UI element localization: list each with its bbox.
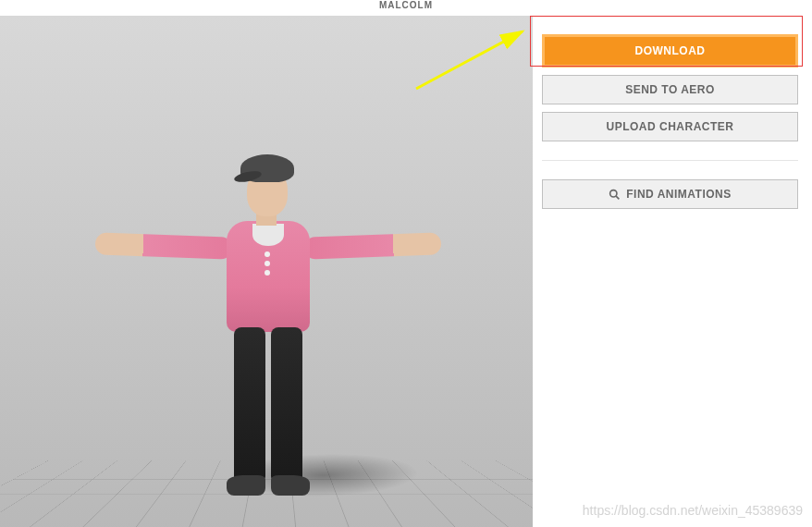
page-title: MALCOLM — [0, 0, 812, 16]
svg-line-1 — [616, 196, 619, 199]
find-animations-button[interactable]: FIND ANIMATIONS — [542, 179, 798, 209]
sidebar: DOWNLOAD SEND TO AERO UPLOAD CHARACTER F… — [533, 16, 812, 527]
main-container: DOWNLOAD SEND TO AERO UPLOAD CHARACTER F… — [0, 16, 812, 527]
character-leg-right — [271, 327, 302, 480]
find-animations-label: FIND ANIMATIONS — [626, 188, 732, 201]
character-model — [88, 150, 476, 520]
send-to-aero-button[interactable]: SEND TO AERO — [542, 75, 798, 104]
download-button[interactable]: DOWNLOAD — [542, 34, 798, 67]
character-leg-left — [234, 327, 265, 480]
character-shirt-buttons — [265, 250, 272, 277]
character-viewport[interactable] — [0, 16, 533, 527]
character-collar — [252, 224, 284, 246]
watermark-text: https://blog.csdn.net/weixin_45389639 — [583, 503, 803, 518]
character-shoe-right — [271, 475, 310, 496]
search-icon — [609, 189, 621, 201]
separator — [542, 160, 798, 161]
character-arm-right — [304, 232, 442, 259]
upload-character-button[interactable]: UPLOAD CHARACTER — [542, 112, 798, 141]
character-shoe-left — [227, 475, 265, 496]
svg-point-0 — [610, 190, 617, 196]
character-arm-left — [95, 232, 233, 259]
